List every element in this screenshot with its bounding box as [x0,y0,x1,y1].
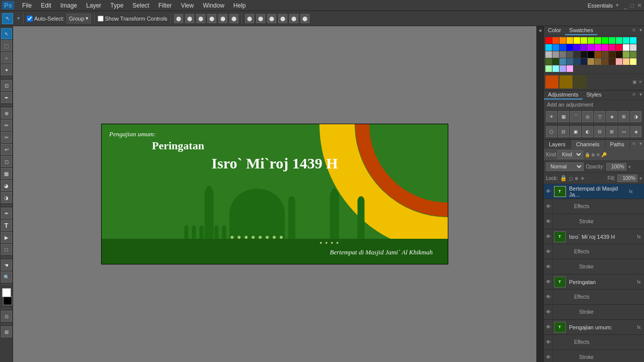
adj-selectivecolor[interactable]: ◈ [630,126,641,137]
swatch-29[interactable] [567,51,573,58]
type-tool[interactable]: T [1,220,12,231]
align-top-icon[interactable]: ⬤ [207,14,216,23]
opacity-input[interactable] [606,163,626,170]
essentials-dropdown[interactable]: ▾ [616,2,619,9]
layer-visibility-bertempat[interactable]: 👁 [544,184,553,199]
swatch-24[interactable] [623,44,629,51]
adj-brightness[interactable]: ☀ [546,111,557,122]
lock-icon-3[interactable]: ⊕ [575,176,579,181]
layer-item-bertempat[interactable]: 👁 T Bertempat di Masjid Ja... fx [544,184,644,199]
clone-tool[interactable]: ✂ [1,132,12,143]
adj-exposure[interactable]: ◎ [582,111,593,122]
align-center-h-icon[interactable]: ⬤ [218,14,227,23]
swatch-44[interactable] [581,58,587,65]
history-brush-tool[interactable]: ↩ [1,144,12,155]
swatch-49[interactable] [616,58,622,65]
adj-options[interactable]: ≡ [630,90,637,100]
layers-collapse[interactable]: ▾ [637,140,644,149]
eraser-tool[interactable]: ◻ [1,156,12,167]
lasso-tool[interactable]: ○ [1,52,12,63]
swatch-26[interactable] [545,51,552,58]
swatch-9[interactable] [609,37,615,44]
swatch-46[interactable] [595,58,601,65]
menu-window[interactable]: Window [199,1,228,10]
swatch-45[interactable] [588,58,594,65]
swatch-36[interactable] [616,51,622,58]
menu-image[interactable]: Image [56,1,81,10]
adj-hsl[interactable]: ◈ [606,111,617,122]
swatch-35[interactable] [609,51,615,58]
layer-sub-eye-6[interactable]: 👁 [544,305,553,319]
layer-visibility-pengajian[interactable]: 👁 [544,320,553,334]
adj-colorbalance[interactable]: ⊞ [618,111,629,122]
swatches-tab[interactable]: Swatches [565,26,597,35]
adj-colorlookup[interactable]: ▣ [570,126,581,137]
adj-posterize[interactable]: ⊟ [594,126,605,137]
screen-mode-tool[interactable]: ⊞ [1,326,12,337]
layer-fx-pengajian[interactable]: fx [634,320,644,334]
crop-tool[interactable]: ⊡ [1,80,12,91]
menu-help[interactable]: Help [229,1,250,10]
swatch-41[interactable] [559,58,566,65]
swatch-10[interactable] [616,37,622,44]
adj-threshold[interactable]: ⊞ [606,126,617,137]
swatch-21[interactable] [602,44,608,51]
menu-select[interactable]: Select [128,1,153,10]
layer-visibility-peringatan[interactable]: 👁 [544,275,553,289]
layer-sub-eye-4[interactable]: 👁 [544,259,553,274]
align-bottom-icon[interactable]: ⬤ [229,14,238,23]
adj-bw[interactable]: ◑ [630,111,641,122]
distribute-right-icon[interactable]: ⬤ [267,14,276,23]
swatch-40[interactable] [552,58,559,65]
layers-options[interactable]: ≡ [630,140,637,149]
swatch-48[interactable] [609,58,615,65]
lock-icon-1[interactable]: 🔒 [560,175,567,182]
swatch-16[interactable] [567,44,573,51]
lock-artboard-icon[interactable]: ✛ [596,152,600,157]
layer-fx-isro[interactable]: fx [634,229,644,244]
swatch-37[interactable] [623,51,629,58]
distribute-top-icon[interactable]: ⬤ [278,14,287,23]
swatch-5[interactable] [581,37,587,44]
swatch-6[interactable] [588,37,594,44]
adj-vibrance[interactable]: ▽ [594,111,605,122]
swatch-38[interactable] [630,51,636,58]
adjustments-tab[interactable]: Adjustments [544,90,583,100]
layer-sub-eye-2[interactable]: 👁 [544,214,553,229]
menu-filter[interactable]: Filter [154,1,176,10]
swatch-7[interactable] [595,37,601,44]
show-transform-checkbox[interactable] [98,16,104,22]
adj-channelmixer[interactable]: ⊟ [558,126,569,137]
large-swatch-1[interactable] [545,75,558,88]
swatch-31[interactable] [581,51,587,58]
swatch-42[interactable] [567,58,573,65]
swatch-19[interactable] [588,44,594,51]
align-left-icon[interactable]: ⬤ [174,14,183,23]
swatch-54[interactable] [559,65,566,72]
maximize-button[interactable]: □ [630,2,634,9]
swatch-51[interactable] [630,58,636,65]
swatch-17[interactable] [574,44,580,51]
magic-wand-tool[interactable]: ✦ [1,64,12,75]
distribute-left-icon[interactable]: ⬤ [245,14,254,23]
channels-tab[interactable]: Channels [571,140,605,149]
gradient-tool[interactable]: ▦ [1,168,12,179]
swatch-47[interactable] [602,58,608,65]
path-select-tool[interactable]: ▶ [1,232,12,243]
zoom-tool[interactable]: 🔍 [1,272,12,283]
lock-icon-2[interactable]: ◻ [569,176,573,181]
layer-sub-eye-3[interactable]: 👁 [544,244,553,259]
layer-fx-bertempat[interactable]: fx [626,184,636,199]
shape-tool[interactable]: □ [1,244,12,255]
background-color[interactable] [3,296,12,305]
swatch-12[interactable] [630,37,636,44]
brush-tool[interactable]: ✏ [1,120,12,131]
marquee-tool[interactable]: ⬚ [1,40,12,51]
eyedropper-tool[interactable]: ✒ [1,92,12,103]
swatch-25[interactable] [630,44,636,51]
swatch-4[interactable] [574,37,580,44]
layer-item-peringatan[interactable]: 👁 T Peringatan fx [544,275,644,290]
menu-type[interactable]: Type [106,1,127,10]
swatch-43[interactable] [574,58,580,65]
large-swatch-2[interactable] [559,75,573,88]
